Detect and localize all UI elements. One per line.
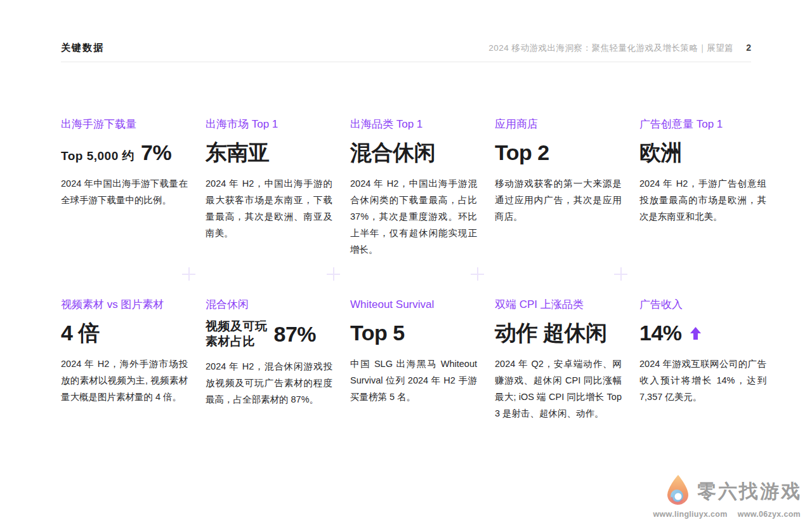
card-body: 2024 年中国出海手游下载量在全球手游下载量中的比例。: [61, 175, 188, 208]
report-subtitle: 2024 移动游戏出海洞察：聚焦轻量化游戏及增长策略｜展望篇: [488, 43, 733, 54]
stat-card-ad-creatives: 广告创意量 Top 1 欧洲 2024 年 H2，手游广告创意组投放量最高的市场…: [639, 117, 766, 258]
stats-row-1: 出海手游下载量 Top 5,000 约7% 2024 年中国出海手游下载量在全球…: [61, 117, 766, 258]
stat-value: 欧洲: [639, 138, 682, 166]
card-label: 混合休闲: [206, 297, 332, 312]
card-body: 2024 年 H2，手游广告创意组投放量最高的市场是欧洲，其次是东南亚和北美。: [639, 175, 766, 225]
card-stat: 混合休闲: [350, 138, 477, 166]
stat-value: 87%: [274, 320, 317, 348]
stat-card-downloads: 出海手游下载量 Top 5,000 约7% 2024 年中国出海手游下载量在全球…: [61, 117, 188, 258]
watermark: 零六找游戏 www.lingliuyx.com www.06zyx.com: [653, 474, 802, 519]
stat-value: Top 2: [495, 138, 549, 166]
card-label: 出海市场 Top 1: [206, 117, 332, 132]
plus-decoration: [614, 267, 627, 281]
card-stat: 东南亚: [206, 138, 332, 166]
card-stat: 动作 超休闲: [495, 319, 622, 347]
report-page: 关键数据 2024 移动游戏出海洞察：聚焦轻量化游戏及增长策略｜展望篇 2 出海…: [0, 0, 812, 520]
card-body: 2024 年 H2，中国出海手游的最大获客市场是东南亚，下载量最高，其次是欧洲、…: [206, 175, 332, 241]
card-body: 2024 年 H2，混合休闲游戏投放视频及可玩广告素材的程度最高，占全部素材的 …: [206, 358, 332, 408]
stat-card-ad-revenue: 广告收入 14% 2024 年游戏互联网公司的广告收入预计将增长 14%，达到 …: [639, 297, 766, 422]
card-label: 视频素材 vs 图片素材: [61, 297, 188, 312]
card-body: 2024 年 Q2，安卓端动作、网赚游戏、超休闲 CPI 同比涨幅最大; iOS…: [495, 356, 622, 422]
card-body: 中国 SLG 出海黑马 Whiteout Survival 位列 2024 年 …: [350, 356, 477, 405]
watermark-name: 零六找游戏: [697, 479, 802, 504]
flame-logo-icon: [663, 474, 692, 509]
stat-card-video-vs-image: 视频素材 vs 图片素材 4 倍 2024 年 H2，海外手游市场投放的素材以视…: [61, 297, 188, 422]
card-label: 广告创意量 Top 1: [639, 117, 766, 132]
card-stat: Top 5,000 约7%: [61, 138, 188, 166]
page-header: 关键数据 2024 移动游戏出海洞察：聚焦轻量化游戏及增长策略｜展望篇 2: [61, 42, 751, 54]
stat-card-top-market: 出海市场 Top 1 东南亚 2024 年 H2，中国出海手游的最大获客市场是东…: [206, 117, 332, 258]
stats-row-2: 视频素材 vs 图片素材 4 倍 2024 年 H2，海外手游市场投放的素材以视…: [61, 297, 766, 422]
card-stat: 4 倍: [61, 319, 188, 347]
card-body: 2024 年游戏互联网公司的广告收入预计将增长 14%，达到 7,357 亿美元…: [639, 356, 766, 405]
stat-value: 混合休闲: [350, 138, 435, 166]
card-label: 出海品类 Top 1: [350, 117, 477, 132]
card-label: 双端 CPI 上涨品类: [495, 297, 622, 312]
plus-decoration: [327, 267, 340, 281]
stat-value: 动作 超休闲: [495, 319, 606, 347]
watermark-url: www.06zyx.com: [738, 510, 801, 519]
header-divider: [61, 62, 751, 62]
card-label: Whiteout Survival: [350, 297, 477, 312]
stat-value: 14%: [639, 319, 682, 347]
stat-card-whiteout-survival: Whiteout Survival Top 5 中国 SLG 出海黑马 Whit…: [350, 297, 477, 422]
page-number: 2: [746, 43, 751, 53]
header-right: 2024 移动游戏出海洞察：聚焦轻量化游戏及增长策略｜展望篇 2: [488, 43, 751, 54]
card-body: 2024 年 H2，海外手游市场投放的素材以视频为主, 视频素材量大概是图片素材…: [61, 356, 188, 405]
stat-value: Top 5: [350, 319, 405, 347]
plus-decoration: [182, 267, 195, 281]
stat-value: 4 倍: [61, 319, 100, 347]
card-label: 广告收入: [639, 297, 766, 312]
stat-value: 7%: [141, 138, 171, 166]
card-stat: 视频及可玩 素材占比87%: [206, 319, 332, 349]
stat-card-cpi-rising: 双端 CPI 上涨品类 动作 超休闲 2024 年 Q2，安卓端动作、网赚游戏、…: [495, 297, 622, 422]
watermark-url: www.lingliuyx.com: [653, 510, 728, 519]
card-stat: Top 2: [495, 138, 622, 166]
card-label: 出海手游下载量: [61, 117, 188, 132]
card-stat: 14%: [639, 319, 766, 347]
watermark-logo-row: 零六找游戏: [663, 474, 802, 509]
stat-prefix: 视频及可玩 素材占比: [206, 319, 268, 349]
card-stat: 欧洲: [639, 138, 766, 166]
stat-value: 东南亚: [206, 138, 270, 166]
card-body: 2024 年 H2，中国出海手游混合休闲类的下载量最高，占比 37%，其次是重度…: [350, 175, 477, 258]
plus-decoration: [471, 267, 484, 281]
stat-prefix: Top 5,000 约: [61, 149, 134, 164]
watermark-urls: www.lingliuyx.com www.06zyx.com: [653, 510, 802, 519]
card-body: 移动游戏获客的第一大来源是通过应用内广告，其次是应用商店。: [495, 175, 622, 225]
card-stat: Top 5: [350, 319, 477, 347]
card-label: 应用商店: [495, 117, 622, 132]
stat-card-top-genre: 出海品类 Top 1 混合休闲 2024 年 H2，中国出海手游混合休闲类的下载…: [350, 117, 477, 258]
stat-card-app-store: 应用商店 Top 2 移动游戏获客的第一大来源是通过应用内广告，其次是应用商店。: [495, 117, 622, 258]
up-arrow-icon: [690, 326, 702, 340]
section-title: 关键数据: [61, 42, 104, 54]
stat-card-hybrid-casual-creatives: 混合休闲 视频及可玩 素材占比87% 2024 年 H2，混合休闲游戏投放视频及…: [206, 297, 332, 422]
